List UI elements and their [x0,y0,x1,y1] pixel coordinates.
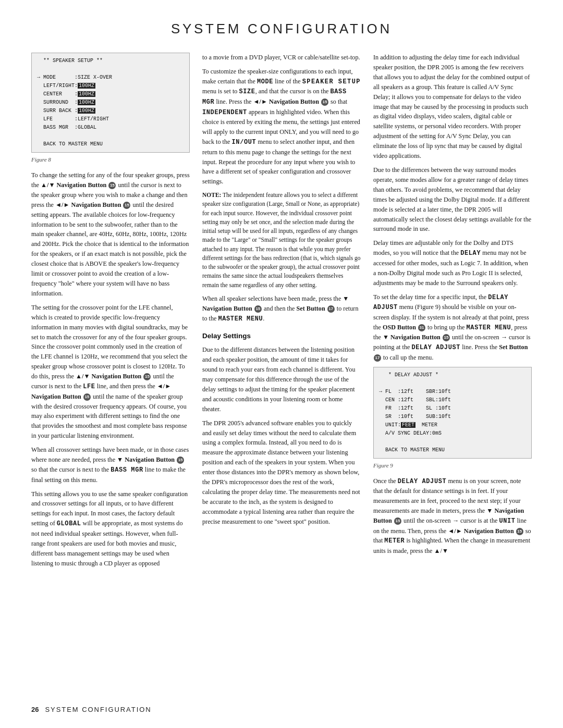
delay-settings-heading: Delay Settings [202,331,361,342]
col3-para1: In addition to adjusting the delay time … [373,53,532,161]
col3-para2: Due to the differences between the way s… [373,165,532,234]
page-wrapper: SYSTEM CONFIGURATION ** SPEAKER SETUP **… [0,0,563,728]
col3-para5: Once the DELAY ADJUST menu is on your sc… [373,476,532,556]
col3-para4: To set the delay time for a specific inp… [373,292,532,363]
nav-btn-15a: 15 [108,182,116,189]
figure-9-display: * DELAY ADJUST * → FL :12ft SBR:10ft CEN… [373,367,532,459]
footer-title: SYSTEM CONFIGURATION [45,706,151,713]
col3-para3: Delay times are adjustable only for the … [373,238,532,288]
nav-btn-15h: 15 [443,334,450,341]
col2-note: NOTE: The inidependent feature allows yo… [202,191,361,290]
page-title: SYSTEM CONFIGURATION [31,21,532,37]
col1-para2: The setting for the crossover point for … [31,303,190,441]
nav-btn-15e: 15 [177,456,184,464]
col2-para1: To customize the speaker-size configurat… [202,67,361,187]
col1-para3: When all crossover settings have been ma… [31,445,190,485]
footer-page-number: 26 [31,706,39,713]
nav-btn-15f: 15 [321,98,328,106]
nav-btn-15d: 15 [83,393,91,401]
nav-btn-15c: 15 [143,373,151,380]
column-3: In addition to adjusting the delay time … [373,53,532,572]
content-columns: ** SPEAKER SETUP ** → MODE :SIZE X-OVER … [31,53,532,572]
page-footer: 26 SYSTEM CONFIGURATION [31,706,532,713]
nav-btn-15i: 15 [394,517,401,525]
col1-para1: To change the setting for any of the fou… [31,170,190,299]
figure-8-display: ** SPEAKER SETUP ** → MODE :SIZE X-OVER … [31,53,190,153]
col2-delay1: Due to the different distances between t… [202,345,361,414]
col2-delay2: The DPR 2005's advanced software enables… [202,418,361,527]
nav-btn-15b: 15 [123,202,130,209]
column-1: ** SPEAKER SETUP ** → MODE :SIZE X-OVER … [31,53,190,572]
col1-para4: This setting allows you to use the same … [31,489,190,569]
nav-btn-17b: 17 [374,354,381,362]
nav-btn-15j: 15 [516,528,523,535]
column-2: to a movie from a DVD player, VCR or cab… [202,53,361,572]
col2-para2: When all speaker selections have been ma… [202,294,361,324]
col2-intro: to a movie from a DVD player, VCR or cab… [202,53,361,63]
nav-btn-15g: 15 [254,305,262,313]
nav-btn-17a: 17 [327,305,335,313]
figure-8-caption: Figure 8 [31,155,190,164]
figure-9-caption: Figure 9 [373,461,532,470]
nav-btn-31: 31 [418,324,425,331]
